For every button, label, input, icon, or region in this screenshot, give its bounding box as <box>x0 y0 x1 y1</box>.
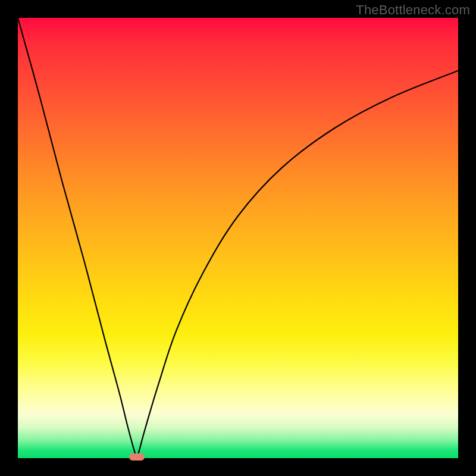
watermark-text: TheBottleneck.com <box>356 2 470 18</box>
plot-area <box>18 18 458 458</box>
minimum-marker <box>129 453 145 461</box>
bottleneck-curve <box>18 18 458 458</box>
chart-frame: TheBottleneck.com <box>0 0 476 476</box>
